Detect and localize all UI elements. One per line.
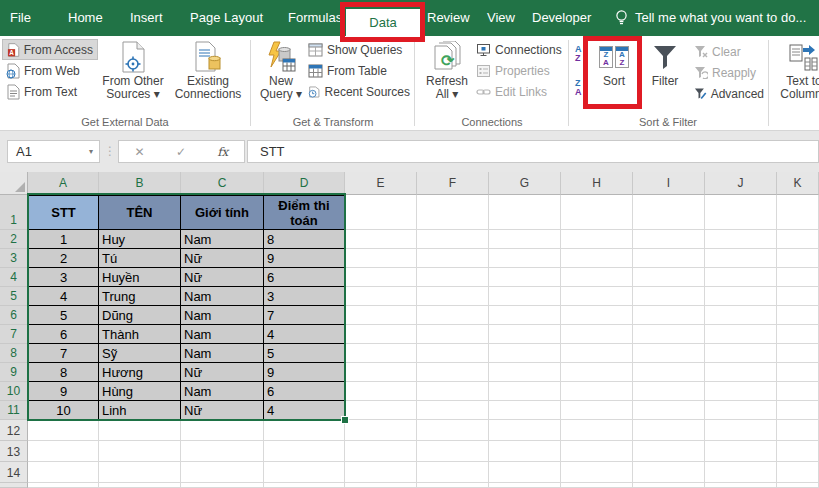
cell-D12[interactable] [264,420,345,441]
cell-H14[interactable] [561,462,633,483]
name-box-dropdown-icon[interactable]: ▾ [89,141,93,162]
cell-G10[interactable] [489,382,561,401]
cell-K8[interactable] [777,344,819,363]
cell-B1[interactable]: TÊN [99,195,181,230]
cell-D7[interactable]: 4 [264,325,345,344]
cell-H7[interactable] [561,325,633,344]
cell-E12[interactable] [345,420,417,441]
cell-I13[interactable] [633,441,705,462]
cell-C4[interactable]: Nữ [181,268,264,287]
cell-C11[interactable]: Nữ [181,401,264,420]
from-table-button[interactable]: From Table [304,60,414,81]
cell-K15[interactable] [777,483,819,488]
cell-H15[interactable] [561,483,633,488]
cell-D1[interactable]: Điểm thi toán [264,195,345,230]
cell-J6[interactable] [705,306,777,325]
cell-J13[interactable] [705,441,777,462]
cell-E4[interactable] [345,268,417,287]
cell-B10[interactable]: Hùng [99,382,181,401]
cell-E10[interactable] [345,382,417,401]
cell-F7[interactable] [417,325,489,344]
cell-B14[interactable] [99,462,181,483]
show-queries-button[interactable]: Show Queries [304,39,414,60]
cell-E15[interactable] [345,483,417,488]
tab-formulas[interactable]: Formulas [288,0,342,36]
cell-I3[interactable] [633,249,705,268]
cell-B13[interactable] [99,441,181,462]
row-header-11[interactable]: 11 [0,401,28,420]
cell-A1[interactable]: STT [28,195,99,230]
cell-K1[interactable] [777,195,819,230]
tab-file[interactable]: File [10,0,31,36]
row-header-14[interactable]: 14 [0,462,28,483]
cell-B12[interactable] [99,420,181,441]
cell-G8[interactable] [489,344,561,363]
cell-G9[interactable] [489,363,561,382]
col-header-K[interactable]: K [777,172,819,195]
row-header-10[interactable]: 10 [0,382,28,401]
cell-G6[interactable] [489,306,561,325]
cell-A13[interactable] [28,441,99,462]
cell-F5[interactable] [417,287,489,306]
cell-B7[interactable]: Thành [99,325,181,344]
tell-me-box[interactable]: Tell me what you want to do... [614,0,806,36]
cell-I2[interactable] [633,230,705,249]
cell-K14[interactable] [777,462,819,483]
cell-D9[interactable]: 9 [264,363,345,382]
tab-developer[interactable]: Developer [532,0,591,36]
cell-E3[interactable] [345,249,417,268]
cell-I14[interactable] [633,462,705,483]
cell-E1[interactable] [345,195,417,230]
cell-C12[interactable] [181,420,264,441]
cell-B5[interactable]: Trung [99,287,181,306]
cell-G3[interactable] [489,249,561,268]
cell-A10[interactable]: 9 [28,382,99,401]
cell-G1[interactable] [489,195,561,230]
cell-K6[interactable] [777,306,819,325]
cell-A4[interactable]: 3 [28,268,99,287]
cell-D4[interactable]: 6 [264,268,345,287]
cell-H10[interactable] [561,382,633,401]
cell-I8[interactable] [633,344,705,363]
cell-I9[interactable] [633,363,705,382]
cell-K13[interactable] [777,441,819,462]
cell-F4[interactable] [417,268,489,287]
cell-A8[interactable]: 7 [28,344,99,363]
cell-G11[interactable] [489,401,561,420]
row-header-8[interactable]: 8 [0,344,28,363]
cell-H5[interactable] [561,287,633,306]
cell-E7[interactable] [345,325,417,344]
cell-D11[interactable]: 4 [264,401,345,420]
row-header-7[interactable]: 7 [0,325,28,344]
cell-G4[interactable] [489,268,561,287]
cell-G12[interactable] [489,420,561,441]
cell-C14[interactable] [181,462,264,483]
cell-I1[interactable] [633,195,705,230]
cell-C6[interactable]: Nam [181,306,264,325]
cell-C8[interactable]: Nam [181,344,264,363]
cell-I12[interactable] [633,420,705,441]
cell-F10[interactable] [417,382,489,401]
cell-H8[interactable] [561,344,633,363]
col-header-F[interactable]: F [417,172,489,195]
tab-review[interactable]: Review [427,0,470,36]
row-header-3[interactable]: 3 [0,249,28,268]
row-header-4[interactable]: 4 [0,268,28,287]
cell-B8[interactable]: Sỹ [99,344,181,363]
col-header-D[interactable]: D [264,172,345,195]
cell-E2[interactable] [345,230,417,249]
cell-K10[interactable] [777,382,819,401]
cell-B11[interactable]: Linh [99,401,181,420]
cell-J5[interactable] [705,287,777,306]
col-header-J[interactable]: J [705,172,777,195]
cell-C1[interactable]: Giới tính [181,195,264,230]
from-web-button[interactable]: From Web [2,60,98,81]
enter-icon[interactable]: ✓ [176,145,186,159]
cell-I15[interactable] [633,483,705,488]
cell-I5[interactable] [633,287,705,306]
cell-A5[interactable]: 4 [28,287,99,306]
cell-F13[interactable] [417,441,489,462]
filter-button[interactable]: Filter [642,39,688,111]
from-text-button[interactable]: From Text [2,81,98,102]
col-header-I[interactable]: I [633,172,705,195]
